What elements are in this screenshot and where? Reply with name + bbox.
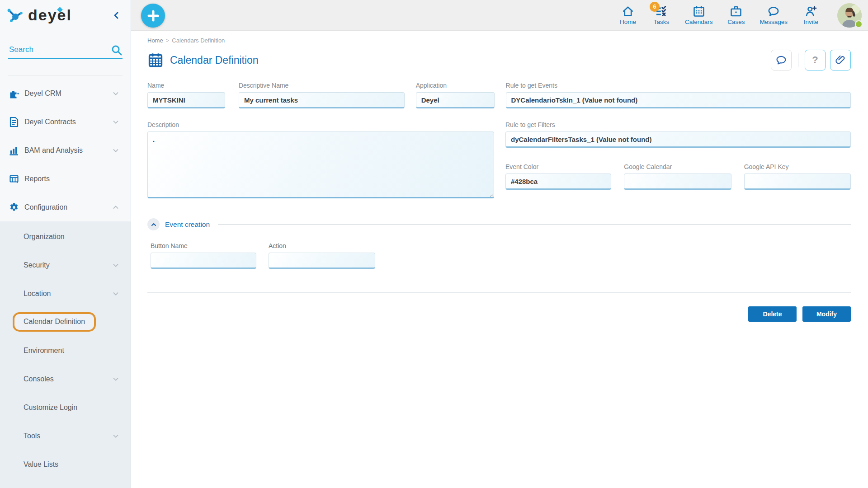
nav-invite[interactable]: Invite [801,5,821,25]
chevron-down-icon [112,375,120,383]
nav-tasks[interactable]: 6 Tasks [651,5,671,25]
sidebar-item-label: Organization [24,233,120,241]
action-label: Action [269,242,375,249]
nav-calendars[interactable]: Calendars [685,5,713,25]
top-navigation: Home 6 Tasks [618,3,862,28]
event-color-label: Event Color [505,163,611,170]
button-name-label: Button Name [151,242,256,249]
rule-to-get-events-field[interactable] [506,92,851,108]
plus-icon [147,10,159,22]
comment-bubble-icon [775,54,787,66]
search-input[interactable] [8,43,123,59]
google-api-key-field[interactable] [744,174,851,190]
description-label: Description [147,121,494,128]
sidebar-item-consoles[interactable]: Consoles [0,365,131,393]
nav-label: Messages [760,19,788,25]
logo-text: deyel [28,7,72,23]
sidebar-item-tools[interactable]: Tools [0,422,131,450]
sidebar-item-calendar-definition[interactable]: Calendar Definition [0,308,131,336]
modify-button[interactable]: Modify [802,306,851,322]
event-creation-fields: Button Name Action [147,242,851,269]
google-calendar-label: Google Calendar [624,163,731,170]
document-icon [8,117,20,127]
nav-messages[interactable]: Messages [760,5,788,25]
sidebar-item-label: Tools [24,432,112,440]
button-name-field[interactable] [151,253,256,269]
sidebar-item-label: Reports [24,175,120,183]
question-mark-icon: ? [812,54,818,66]
comments-button[interactable] [771,50,792,70]
search-icon[interactable] [111,44,123,56]
sidebar-item-label: Calendar Definition [24,318,85,325]
breadcrumb-current: Calendars Definition [172,37,225,44]
name-field[interactable] [147,92,225,108]
selected-item-highlight: Calendar Definition [13,312,96,332]
sidebar-logo-row: deyel [0,0,131,32]
chevron-down-icon [112,118,120,126]
action-field[interactable] [269,253,375,269]
sidebar-item-bam-analysis[interactable]: BAM and Analysis [0,136,131,164]
home-icon [622,5,634,18]
calendar-icon [693,5,705,18]
sidebar-item-label: Configuration [24,203,112,211]
page-actions: ? [771,50,851,70]
breadcrumb-home-link[interactable]: Home [147,37,163,44]
rule-to-get-filters-field[interactable] [505,131,851,148]
invite-person-icon [805,5,817,18]
create-new-button[interactable] [141,4,165,28]
chevron-down-icon [112,261,120,269]
tasks-badge: 6 [650,2,660,12]
chevron-down-icon [112,432,120,440]
delete-button[interactable]: Delete [748,306,797,322]
brand-logo[interactable]: deyel [6,7,111,25]
nav-label: Tasks [654,19,670,25]
page-title: Calendar Definition [170,54,259,66]
sidebar-item-configuration[interactable]: Configuration [0,193,131,221]
sidebar-item-label: Consoles [24,375,112,383]
nav-cases[interactable]: Cases [726,5,746,25]
sidebar-item-deyel-crm[interactable]: Deyel CRM [0,79,131,108]
descriptive-name-field[interactable] [239,92,405,108]
sidebar-item-label: Deyel Contracts [24,118,112,126]
sidebar-item-label: Location [24,290,112,298]
sidebar-item-organization[interactable]: Organization [0,222,131,251]
sidebar-item-customize-login[interactable]: Customize Login [0,393,131,422]
sidebar-item-label: Value Lists [24,460,120,469]
footer-buttons: Delete Modify [147,306,851,322]
google-api-key-label: Google API Key [744,163,851,170]
sidebar-item-environment[interactable]: Environment [0,336,131,365]
online-status-dot [855,20,863,28]
sidebar: deyel [0,0,131,488]
application-field[interactable] [416,92,495,108]
section-rule [218,224,851,225]
attachments-button[interactable] [830,50,851,70]
nav-home[interactable]: Home [618,5,638,25]
user-avatar[interactable] [837,3,862,28]
sidebar-submenu-configuration: Organization Security Location Calendar … [0,221,131,488]
calendar-definition-form: Name Descriptive Name Application Rule t… [147,82,851,322]
section-collapse-button[interactable] [147,218,160,230]
google-calendar-field[interactable] [624,174,731,190]
application-label: Application [416,82,495,89]
sidebar-item-deyel-contracts[interactable]: Deyel Contracts [0,108,131,136]
message-bubble-icon [767,5,780,18]
chevron-up-icon [150,221,157,228]
report-icon [8,174,20,184]
sidebar-item-security[interactable]: Security [0,251,131,279]
chevron-left-icon [113,11,120,19]
help-button[interactable]: ? [805,50,826,70]
sidebar-item-location[interactable]: Location [0,279,131,308]
chevron-down-icon [112,146,120,155]
descriptive-name-label: Descriptive Name [239,82,405,89]
sidebar-item-value-lists[interactable]: Value Lists [0,450,131,479]
sidebar-item-reports[interactable]: Reports [0,164,131,193]
description-field[interactable]: . [147,131,494,198]
sidebar-item-label: Customize Login [24,404,120,412]
sidebar-collapse-button[interactable] [111,9,122,23]
sidebar-search [8,43,123,75]
logo-splat-icon [6,7,25,25]
event-color-field[interactable] [505,174,611,190]
app-window: deyel [0,0,868,488]
sidebar-item-label: Deyel CRM [24,89,112,98]
nav-label: Home [620,19,636,25]
